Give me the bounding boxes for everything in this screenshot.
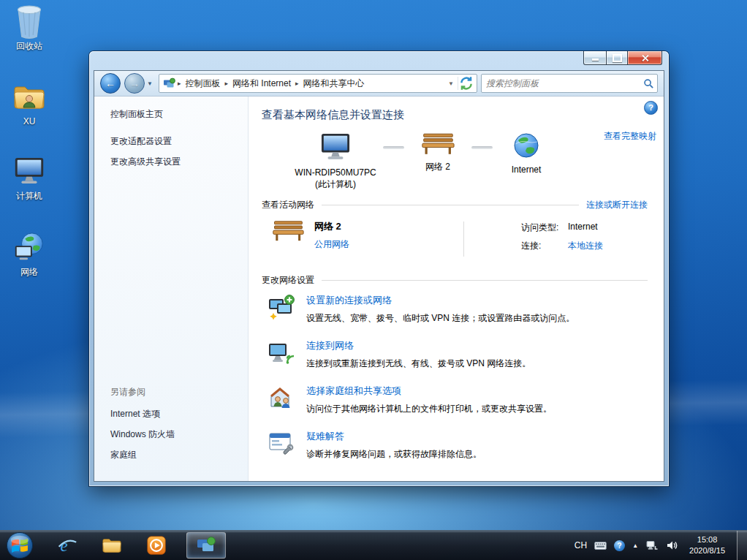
sidebar-spacer	[94, 176, 248, 386]
sidebar-item-windows-firewall[interactable]: Windows 防火墙	[110, 428, 248, 441]
task-homegroup-sharing[interactable]: 选择家庭组和共享选项 访问位于其他网络计算机上的文件和打印机，或更改共享设置。	[262, 385, 648, 415]
active-network-icon	[272, 220, 304, 242]
close-icon	[641, 54, 649, 62]
connections-label: 连接:	[521, 240, 568, 252]
task-title-link[interactable]: 疑难解答	[306, 431, 344, 442]
desktop-icon-computer[interactable]: 计算机	[6, 154, 53, 203]
taskbar-ie-button[interactable]: e	[53, 533, 82, 558]
svg-text:e: e	[60, 537, 67, 555]
tray-help-button[interactable]: ?	[614, 540, 625, 551]
map-computer-icon	[319, 132, 352, 162]
help-icon: ?	[648, 104, 653, 112]
map-node-computer[interactable]: WIN-RDIP50MU7PC (此计算机)	[288, 132, 383, 190]
network-sharing-center-window: ← → ▼ ▸ 控制面板 ▸	[89, 51, 669, 486]
back-button[interactable]: ←	[100, 73, 121, 94]
desktop-icon-network[interactable]: 网络	[6, 230, 53, 279]
desktop-icon-xu-folder[interactable]: XU	[6, 80, 53, 126]
clock[interactable]: 15:08 2020/8/15	[689, 534, 725, 557]
task-title-link[interactable]: 连接到网络	[306, 340, 354, 351]
task-title-link[interactable]: 设置新的连接或网络	[306, 295, 392, 306]
show-hidden-icons-button[interactable]: ▲	[632, 542, 638, 549]
sidebar: 控制面板主页 更改适配器设置 更改高级共享设置 另请参阅 Internet 选项…	[94, 97, 249, 481]
access-type-label: 访问类型:	[521, 222, 568, 234]
active-network-panel: 网络 2 公用网络 访问类型: Internet 连接:	[262, 219, 648, 265]
map-computer-name: WIN-RDIP50MU7PC	[288, 167, 383, 178]
address-dropdown-icon[interactable]: ▼	[444, 80, 458, 87]
taskbar-buttons: e	[53, 532, 226, 559]
sidebar-item-internet-options[interactable]: Internet 选项	[110, 408, 248, 420]
map-connector-line	[383, 146, 404, 149]
active-network-name: 网络 2	[314, 220, 349, 233]
main-pane: ? 查看基本网络信息并设置连接 查看完整映射	[249, 97, 664, 481]
search-input[interactable]	[485, 77, 643, 89]
control-panel-icon[interactable]	[163, 77, 175, 90]
task-title-link[interactable]: 选择家庭组和共享选项	[306, 385, 401, 396]
local-connection-link[interactable]: 本地连接	[568, 240, 603, 252]
internet-explorer-icon: e	[57, 535, 77, 556]
window-body: ← → ▼ ▸ 控制面板 ▸	[94, 70, 664, 482]
tray-network-icon[interactable]	[645, 540, 658, 552]
show-desktop-button[interactable]	[737, 531, 747, 560]
active-networks-header: 查看活动网络	[262, 199, 314, 211]
minimize-button[interactable]	[583, 51, 607, 65]
troubleshoot-icon	[268, 430, 295, 458]
task-connect-to-network[interactable]: 连接到网络 连接到或重新连接到无线、有线、拨号或 VPN 网络连接。	[262, 339, 648, 370]
desktop-icon-label: XU	[23, 116, 36, 126]
task-new-connection[interactable]: 设置新的连接或网络 设置无线、宽带、拨号、临时或 VPN 连接；或设置路由器或访…	[262, 294, 648, 325]
media-player-icon	[146, 535, 167, 556]
taskbar-media-player-button[interactable]	[142, 533, 171, 558]
help-icon: ?	[618, 542, 622, 550]
window-content: 控制面板主页 更改适配器设置 更改高级共享设置 另请参阅 Internet 选项…	[94, 97, 664, 481]
access-type-value: Internet	[568, 222, 598, 234]
task-description: 诊断并修复网络问题，或获得故障排除信息。	[306, 448, 482, 461]
sidebar-item-control-panel-home[interactable]: 控制面板主页	[110, 108, 248, 121]
language-indicator[interactable]: CH	[575, 540, 587, 550]
sidebar-item-homegroup[interactable]: 家庭组	[110, 449, 248, 461]
homegroup-icon	[268, 385, 295, 412]
desktop-icon-recycle-bin[interactable]: 回收站	[6, 4, 53, 53]
task-description: 连接到或重新连接到无线、有线、拨号或 VPN 网络连接。	[306, 357, 531, 370]
breadcrumb-control-panel[interactable]: 控制面板	[181, 77, 224, 90]
connect-disconnect-link[interactable]: 连接或断开连接	[586, 199, 648, 211]
system-tray: CH ? ▲	[575, 531, 747, 560]
start-button[interactable]	[4, 530, 35, 560]
network-settings-header-row: 更改网络设置	[262, 274, 648, 287]
map-network-label: 网络 2	[404, 161, 471, 173]
sidebar-item-change-advanced-sharing[interactable]: 更改高级共享设置	[110, 156, 248, 168]
map-node-network[interactable]: 网络 2	[404, 132, 471, 173]
map-node-internet[interactable]: Internet	[493, 132, 560, 175]
search-box	[481, 74, 658, 93]
maximize-button[interactable]	[606, 51, 628, 65]
desktop: 回收站 XU	[0, 0, 747, 560]
breadcrumb-network-internet[interactable]: 网络和 Internet	[229, 77, 295, 90]
forward-arrow-icon: →	[129, 78, 140, 88]
view-full-map-link[interactable]: 查看完整映射	[604, 130, 656, 143]
taskbar-explorer-button[interactable]	[97, 533, 126, 558]
search-icon[interactable]	[643, 78, 654, 89]
maximize-icon	[613, 54, 622, 62]
help-button[interactable]: ?	[644, 101, 658, 115]
desktop-icon-label: 计算机	[16, 190, 42, 203]
active-network-summary: 网络 2 公用网络	[272, 220, 463, 251]
task-troubleshoot[interactable]: 疑难解答 诊断并修复网络问题，或获得故障排除信息。	[262, 430, 648, 461]
network-type-link[interactable]: 公用网络	[314, 239, 349, 249]
forward-button[interactable]: →	[124, 73, 145, 94]
keyboard-icon[interactable]	[594, 540, 607, 552]
network-center-window-icon	[196, 535, 216, 556]
address-bar[interactable]: ▸ 控制面板 ▸ 网络和 Internet ▸ 网络和共享中心 ▼	[159, 74, 477, 93]
map-network-icon	[421, 132, 455, 156]
refresh-button[interactable]	[458, 76, 474, 91]
windows-logo-icon	[6, 531, 34, 559]
connect-network-icon	[268, 339, 295, 367]
taskbar-control-panel-button[interactable]	[186, 532, 226, 559]
recent-pages-dropdown[interactable]: ▼	[147, 80, 153, 87]
user-folder-icon	[12, 80, 46, 114]
close-button[interactable]	[627, 51, 662, 65]
sidebar-item-change-adapter-settings[interactable]: 更改适配器设置	[110, 135, 248, 148]
breadcrumb-network-sharing-center[interactable]: 网络和共享中心	[300, 77, 368, 90]
active-network-details: 访问类型: Internet 连接: 本地连接	[464, 220, 603, 258]
clock-time: 15:08	[689, 534, 725, 545]
volume-icon[interactable]	[665, 540, 678, 552]
active-networks-header-row: 查看活动网络 连接或断开连接	[262, 199, 648, 211]
back-arrow-icon: ←	[105, 78, 115, 88]
